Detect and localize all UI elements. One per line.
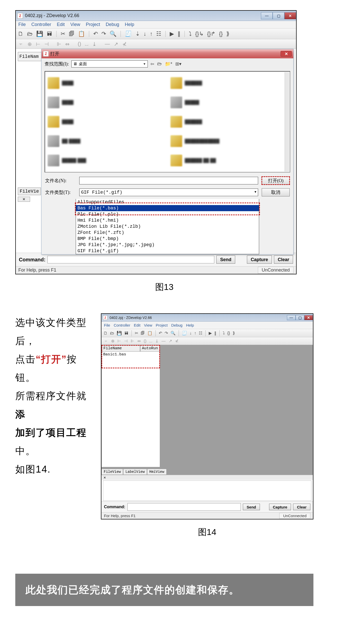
menu-controller[interactable]: Controller bbox=[31, 22, 51, 27]
tool-open-icon[interactable]: 🗁 bbox=[110, 331, 114, 336]
tool-cfg-icon[interactable]: ☷ bbox=[156, 31, 161, 37]
tool-up-icon[interactable]: ↑ bbox=[150, 31, 153, 37]
close-button[interactable]: ✕ bbox=[284, 12, 296, 19]
output-close-bar[interactable]: ✕ bbox=[101, 475, 313, 480]
file-entry[interactable]: Basic1.bas bbox=[102, 352, 160, 357]
tab-labelview[interactable]: LabelView bbox=[123, 469, 147, 475]
menu-edit[interactable]: Edit bbox=[134, 323, 140, 327]
tool-stepout-icon[interactable]: {}↱ bbox=[207, 31, 216, 37]
tool-save-icon[interactable]: 💾 bbox=[117, 331, 122, 336]
type-option[interactable]: GIF File(*.gif) bbox=[76, 248, 259, 254]
tool-stepin-icon[interactable]: {}↳ bbox=[195, 31, 204, 37]
dialog-close-button[interactable]: ✕ bbox=[281, 51, 292, 57]
menu-help[interactable]: Help bbox=[186, 323, 194, 327]
open-button[interactable]: 打开(O) bbox=[262, 177, 290, 185]
tool-new-icon[interactable]: 🗋 bbox=[18, 31, 23, 37]
tool-more-icon[interactable]: ⟫ bbox=[233, 331, 235, 336]
tool-cfg-icon[interactable]: ☷ bbox=[199, 331, 202, 336]
scrollbar[interactable] bbox=[285, 72, 289, 171]
tool-download-icon[interactable]: ⇣ bbox=[135, 31, 140, 37]
menu-controller[interactable]: Controller bbox=[114, 323, 130, 327]
tool-up-icon[interactable]: ↑ bbox=[194, 331, 196, 336]
tool-braces-icon[interactable]: {} bbox=[219, 31, 223, 37]
tool-new-icon[interactable]: 🗋 bbox=[103, 331, 108, 336]
nav-back-icon[interactable]: ⇦ bbox=[150, 61, 154, 67]
tool-cut-icon[interactable]: ✂ bbox=[61, 31, 65, 37]
minimize-button[interactable]: — bbox=[287, 315, 296, 320]
send-button[interactable]: Send bbox=[216, 256, 235, 264]
tool-paste-icon[interactable]: 📋 bbox=[147, 331, 152, 336]
type-option[interactable]: Hmi File(*.hmi) bbox=[76, 217, 259, 223]
menu-view[interactable]: View bbox=[70, 22, 80, 27]
search-in-combo[interactable]: 🖥 桌面 bbox=[71, 60, 148, 68]
menu-view[interactable]: View bbox=[144, 323, 152, 327]
tool-undo-icon[interactable]: ↶ bbox=[93, 31, 98, 37]
type-option[interactable]: BMP File(*.bmp) bbox=[76, 236, 259, 242]
capture-button[interactable]: Capture bbox=[247, 256, 272, 264]
send-button[interactable]: Send bbox=[243, 504, 260, 510]
tool-more-icon[interactable]: ⟫ bbox=[226, 31, 229, 37]
menu-edit[interactable]: Edit bbox=[57, 22, 65, 27]
command-input[interactable] bbox=[47, 256, 214, 263]
tool-step-icon[interactable]: ⤵ bbox=[223, 331, 225, 336]
tool-saveall-icon[interactable]: 🖬 bbox=[124, 331, 128, 336]
menu-debug[interactable]: Debug bbox=[171, 323, 182, 327]
tool-copy-icon[interactable]: 🗐 bbox=[69, 31, 74, 37]
tool-run-icon[interactable]: ▶ bbox=[209, 331, 212, 336]
tool-redo-icon[interactable]: ↷ bbox=[165, 331, 168, 336]
tool-stepover-icon[interactable]: ⤵ bbox=[189, 31, 192, 37]
maximize-button[interactable]: ▢ bbox=[296, 315, 304, 320]
tool-cut-icon[interactable]: ✂ bbox=[135, 331, 138, 336]
tool-connect-icon[interactable]: ↓ bbox=[143, 31, 146, 37]
tool-open-icon[interactable]: 🗁 bbox=[27, 31, 33, 37]
tool-find-icon[interactable]: 🔍 bbox=[170, 331, 176, 336]
tool-undo-icon[interactable]: ↶ bbox=[159, 331, 162, 336]
type-option[interactable]: AllSupportedFiles bbox=[76, 199, 259, 205]
nav-newfolder-icon[interactable]: 📁* bbox=[165, 61, 172, 67]
nav-view-icon[interactable]: ⊞▾ bbox=[175, 61, 181, 67]
file-browser[interactable]: ████ ██████ ████ █████ ████ ██████ ██ ██… bbox=[45, 71, 290, 172]
menu-debug[interactable]: Debug bbox=[106, 22, 119, 27]
tool-save-icon[interactable]: 💾 bbox=[36, 31, 43, 37]
menu-project[interactable]: Project bbox=[86, 22, 100, 27]
filetype-dropdown[interactable]: AllSupportedFiles Bas File(*.bas) Plc Fi… bbox=[76, 199, 259, 254]
minimize-button[interactable]: — bbox=[261, 12, 273, 19]
cancel-button[interactable]: 取消 bbox=[262, 188, 290, 196]
menu-help[interactable]: Help bbox=[125, 22, 134, 27]
tool-pause-icon[interactable]: ‖ bbox=[178, 31, 180, 37]
tool-build-icon[interactable]: 🧾 bbox=[125, 31, 132, 37]
fileview-tab[interactable]: FileVie bbox=[18, 187, 41, 195]
close-button[interactable]: ✕ bbox=[304, 315, 313, 320]
hdr-filename[interactable]: FileName bbox=[102, 345, 140, 352]
type-option[interactable]: JPG File(*.jpe;*.jpg;*.jpeg) bbox=[76, 242, 259, 248]
capture-button[interactable]: Capture bbox=[269, 504, 291, 510]
tool-braces-icon[interactable]: {} bbox=[227, 331, 230, 336]
type-option[interactable]: Plc File(*.plc) bbox=[76, 211, 259, 217]
tool-pause-icon[interactable]: ‖ bbox=[214, 331, 216, 336]
tool-redo-icon[interactable]: ↷ bbox=[101, 31, 106, 37]
command-input[interactable] bbox=[127, 503, 241, 511]
type-option[interactable]: ZMotion Lib File(*.zlb) bbox=[76, 223, 259, 230]
type-option[interactable]: ZFont File(*.zft) bbox=[76, 230, 259, 236]
tool-down-icon[interactable]: ↓ bbox=[190, 331, 192, 336]
menu-project[interactable]: Project bbox=[156, 323, 168, 327]
tab-hmiview[interactable]: HmiView bbox=[147, 469, 167, 475]
filename-input[interactable] bbox=[79, 177, 258, 184]
nav-up-icon[interactable]: 🗁 bbox=[157, 61, 162, 67]
panel-close-icon[interactable]: ✕ bbox=[18, 197, 30, 202]
maximize-button[interactable]: ▢ bbox=[273, 12, 284, 19]
type-option-selected[interactable]: Bas File(*.bas) bbox=[76, 205, 259, 211]
tool-find-icon[interactable]: 🔍 bbox=[110, 31, 116, 37]
tab-fileview[interactable]: FileView bbox=[101, 469, 123, 475]
tool-copy-icon[interactable]: 🗐 bbox=[141, 331, 145, 336]
tool-paste-icon[interactable]: 📋 bbox=[78, 31, 85, 37]
filetype-combo[interactable]: GIF File(*.gif) bbox=[79, 189, 258, 196]
tool-build-icon[interactable]: 🧾 bbox=[182, 331, 187, 336]
menu-file[interactable]: File bbox=[104, 323, 110, 327]
tool-run-icon[interactable]: ▶ bbox=[170, 31, 174, 37]
clear-button[interactable]: Clear bbox=[293, 504, 310, 510]
clear-button[interactable]: Clear bbox=[274, 256, 293, 264]
menu-file[interactable]: File bbox=[18, 22, 26, 27]
hdr-autorun[interactable]: AutoRun bbox=[140, 345, 160, 352]
tool-saveall-icon[interactable]: 🖬 bbox=[47, 31, 52, 37]
